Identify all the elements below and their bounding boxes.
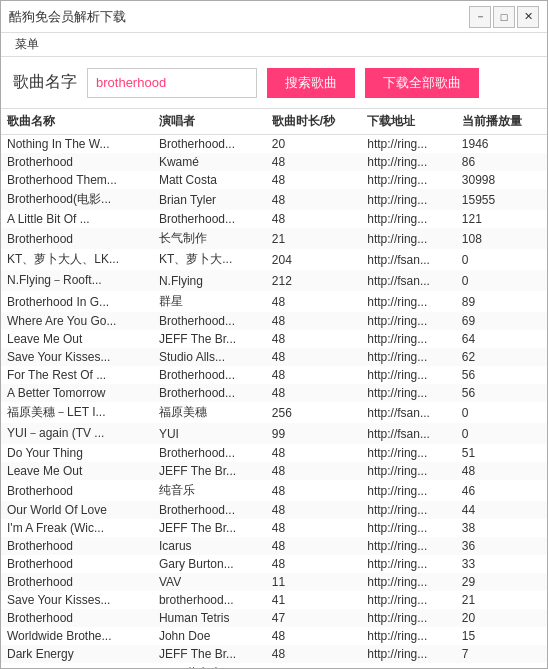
table-cell: 48: [266, 444, 361, 462]
table-cell: Brotherhood: [1, 153, 153, 171]
table-cell: 48: [456, 462, 547, 480]
col-header-artist: 演唱者: [153, 109, 266, 135]
table-cell: Brotherhood: [1, 573, 153, 591]
table-cell: Brotherhood: [1, 555, 153, 573]
table-cell: Worldwide Brothe...: [1, 627, 153, 645]
table-row[interactable]: Dark EnergyJEFF The Br...48http://ring..…: [1, 645, 547, 663]
table-cell: http://ring...: [361, 348, 456, 366]
table-cell: 56: [456, 384, 547, 402]
table-cell: 15955: [456, 189, 547, 210]
table-row[interactable]: Leave Me OutJEFF The Br...48http://ring.…: [1, 462, 547, 480]
table-row[interactable]: Save Your Kisses...brotherhood...41http:…: [1, 591, 547, 609]
table-row[interactable]: Brotherhood(电影...Brian Tyler48http://rin…: [1, 189, 547, 210]
minimize-button[interactable]: －: [469, 6, 491, 28]
table-cell: http://ring...: [361, 291, 456, 312]
search-button[interactable]: 搜索歌曲: [267, 68, 355, 98]
table-cell: 89: [456, 291, 547, 312]
table-cell: Brotherhood...: [153, 384, 266, 402]
table-row[interactable]: A Better TomorrowBrotherhood...48http://…: [1, 384, 547, 402]
table-cell: Brian Tyler: [153, 189, 266, 210]
table-row[interactable]: BrotherhoodHuman Tetris47http://ring...2…: [1, 609, 547, 627]
table-row[interactable]: Brotherhood In G...群星48http://ring...89: [1, 291, 547, 312]
table-cell: http://ring...: [361, 663, 456, 668]
search-input[interactable]: [87, 68, 257, 98]
table-cell: A Better Tomorrow: [1, 384, 153, 402]
table-cell: For The Rest Of ...: [1, 366, 153, 384]
table-row[interactable]: Brotherhood (I－...KT、萝卜大...22http://ring…: [1, 663, 547, 668]
table-cell: 11: [266, 573, 361, 591]
table-cell: Icarus: [153, 537, 266, 555]
table-cell: 1946: [456, 135, 547, 154]
table-row[interactable]: KT、萝卜大人、LK...KT、萝卜大...204http://fsan...0: [1, 249, 547, 270]
table-row[interactable]: Brotherhood Them...Matt Costa48http://ri…: [1, 171, 547, 189]
table-cell: Nothing In The W...: [1, 135, 153, 154]
table-cell: 长气制作: [153, 228, 266, 249]
table-cell: http://ring...: [361, 519, 456, 537]
table-cell: Brotherhood...: [153, 366, 266, 384]
table-cell: http://ring...: [361, 537, 456, 555]
table-cell: 15: [456, 627, 547, 645]
table-cell: Dark Energy: [1, 645, 153, 663]
table-cell: Matt Costa: [153, 171, 266, 189]
table-cell: http://ring...: [361, 573, 456, 591]
search-label: 歌曲名字: [13, 72, 77, 93]
table-cell: 38: [456, 519, 547, 537]
table-cell: http://fsan...: [361, 423, 456, 444]
table-cell: YUI: [153, 423, 266, 444]
table-row[interactable]: Brotherhood长气制作21http://ring...108: [1, 228, 547, 249]
table-row[interactable]: BrotherhoodVAV11http://ring...29: [1, 573, 547, 591]
table-row[interactable]: BrotherhoodKwamé48http://ring...86: [1, 153, 547, 171]
table-row[interactable]: A Little Bit Of ...Brotherhood...48http:…: [1, 210, 547, 228]
table-cell: Kwamé: [153, 153, 266, 171]
table-cell: 48: [266, 153, 361, 171]
download-all-button[interactable]: 下载全部歌曲: [365, 68, 479, 98]
table-cell: Brotherhood: [1, 609, 153, 627]
table-cell: 33: [456, 555, 547, 573]
menu-item-main[interactable]: 菜单: [9, 34, 45, 55]
table-cell: 47: [266, 609, 361, 627]
table-row[interactable]: 福原美穗－LET I...福原美穗256http://fsan...0: [1, 402, 547, 423]
table-cell: 48: [266, 480, 361, 501]
table-cell: http://ring...: [361, 384, 456, 402]
close-button[interactable]: ✕: [517, 6, 539, 28]
table-cell: http://fsan...: [361, 402, 456, 423]
table-cell: Where Are You Go...: [1, 312, 153, 330]
table-cell: JEFF The Br...: [153, 330, 266, 348]
table-row[interactable]: For The Rest Of ...Brotherhood...48http:…: [1, 366, 547, 384]
results-table: 歌曲名称 演唱者 歌曲时长/秒 下载地址 当前播放量 Nothing In Th…: [1, 109, 547, 668]
table-cell: KT、萝卜大...: [153, 249, 266, 270]
table-row[interactable]: BrotherhoodIcarus48http://ring...36: [1, 537, 547, 555]
table-row[interactable]: Worldwide Brothe...John Doe48http://ring…: [1, 627, 547, 645]
table-row[interactable]: Leave Me OutJEFF The Br...48http://ring.…: [1, 330, 547, 348]
table-row[interactable]: Our World Of LoveBrotherhood...48http://…: [1, 501, 547, 519]
table-row[interactable]: Nothing In The W...Brotherhood...20http:…: [1, 135, 547, 154]
table-row[interactable]: I'm A Freak (Wic...JEFF The Br...48http:…: [1, 519, 547, 537]
table-cell: 99: [266, 423, 361, 444]
table-cell: 30998: [456, 171, 547, 189]
table-row[interactable]: YUI－again (TV ...YUI99http://fsan...0: [1, 423, 547, 444]
table-cell: John Doe: [153, 627, 266, 645]
table-cell: KT、萝卜大人、LK...: [1, 249, 153, 270]
table-cell: 121: [456, 210, 547, 228]
table-cell: I'm A Freak (Wic...: [1, 519, 153, 537]
table-row[interactable]: Where Are You Go...Brotherhood...48http:…: [1, 312, 547, 330]
table-cell: 48: [266, 366, 361, 384]
table-row[interactable]: Do Your ThingBrotherhood...48http://ring…: [1, 444, 547, 462]
table-cell: 48: [266, 627, 361, 645]
table-cell: 48: [266, 312, 361, 330]
table-cell: http://ring...: [361, 501, 456, 519]
table-cell: Human Tetris: [153, 609, 266, 627]
maximize-button[interactable]: □: [493, 6, 515, 28]
table-cell: 福原美穗: [153, 402, 266, 423]
table-cell: http://ring...: [361, 591, 456, 609]
table-row[interactable]: BrotherhoodGary Burton...48http://ring..…: [1, 555, 547, 573]
col-header-title: 歌曲名称: [1, 109, 153, 135]
table-cell: Brotherhood...: [153, 312, 266, 330]
table-cell: JEFF The Br...: [153, 519, 266, 537]
table-row[interactable]: Brotherhood纯音乐48http://ring...46: [1, 480, 547, 501]
results-table-container[interactable]: 歌曲名称 演唱者 歌曲时长/秒 下载地址 当前播放量 Nothing In Th…: [1, 109, 547, 668]
title-bar: 酷狗免会员解析下载 － □ ✕: [1, 1, 547, 33]
table-row[interactable]: Save Your Kisses...Studio Alls...48http:…: [1, 348, 547, 366]
table-cell: 群星: [153, 291, 266, 312]
table-row[interactable]: N.Flying－Rooft...N.Flying212http://fsan.…: [1, 270, 547, 291]
